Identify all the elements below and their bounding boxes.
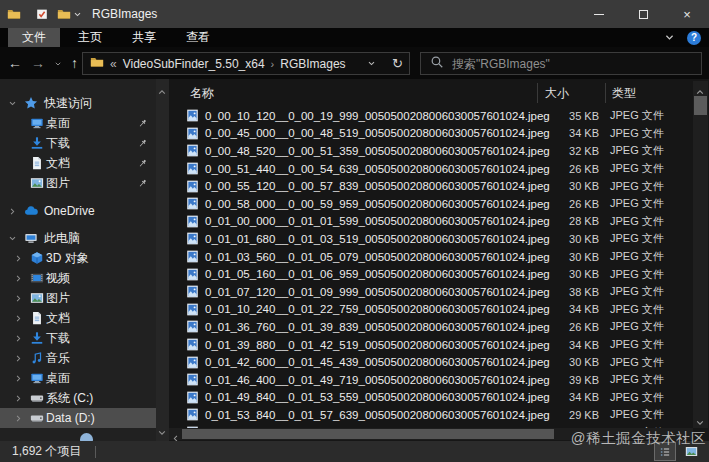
- breadcrumb-segment[interactable]: VideoSubFinder_5.50_x64: [123, 57, 265, 71]
- expander-chevron-icon[interactable]: [14, 254, 23, 263]
- expander-chevron-icon[interactable]: [8, 234, 17, 243]
- search-box[interactable]: [420, 52, 702, 75]
- file-row[interactable]: 0_01_07_120__0_01_09_999_005050020800603…: [169, 283, 693, 301]
- file-name: 0_01_53_840__0_01_57_639_005050020800603…: [205, 409, 550, 421]
- sidebar-item-system-c[interactable]: 系统 (C:): [0, 388, 156, 408]
- file-row[interactable]: 0_00_48_520__0_00_51_359_005050020800603…: [169, 142, 693, 160]
- file-type: JPEG 文件: [610, 249, 664, 264]
- breadcrumb-dropdown-chevron-icon[interactable]: [367, 57, 376, 71]
- file-row[interactable]: 0_01_49_840__0_01_53_559_005050020800603…: [169, 389, 693, 407]
- sidebar-item-desktop-qa[interactable]: 桌面: [0, 113, 156, 133]
- recent-locations-chevron-icon[interactable]: [54, 55, 62, 71]
- file-row[interactable]: 0_01_36_760__0_01_39_839_005050020800603…: [169, 318, 693, 336]
- help-icon[interactable]: ?: [687, 31, 701, 45]
- file-row[interactable]: 0_01_53_840__0_01_57_639_005050020800603…: [169, 406, 693, 424]
- vertical-scrollbar[interactable]: [693, 81, 708, 428]
- file-row[interactable]: 0_01_05_160__0_01_06_959_005050020800603…: [169, 265, 693, 283]
- sidebar-item-desktop[interactable]: 桌面: [0, 368, 156, 388]
- scroll-down-icon[interactable]: [157, 424, 167, 441]
- file-type: JPEG 文件: [610, 267, 664, 282]
- sidebar-item-3d-objects[interactable]: 3D 对象: [0, 248, 156, 268]
- sidebar-item-videos[interactable]: 视频: [0, 268, 156, 288]
- expand-ribbon-chevron-icon[interactable]: [664, 29, 675, 47]
- new-folder-icon[interactable]: [57, 7, 71, 21]
- sidebar-item-label: 此电脑: [44, 230, 80, 247]
- expander-chevron-icon[interactable]: [14, 314, 23, 323]
- sidebar-item-pictures[interactable]: 图片: [0, 288, 156, 308]
- network-icon: [80, 433, 93, 441]
- sidebar-scrollbar[interactable]: [156, 79, 169, 441]
- file-row[interactable]: 0_01_10_240__0_01_22_759_005050020800603…: [169, 301, 693, 319]
- sidebar-item-documents[interactable]: 文档: [0, 308, 156, 328]
- close-button[interactable]: ×: [665, 0, 709, 28]
- column-header-type[interactable]: 类型: [612, 85, 636, 102]
- file-row[interactable]: 0_01_46_400__0_01_49_719_005050020800603…: [169, 371, 693, 389]
- breadcrumb-segment[interactable]: RGBImages: [280, 57, 345, 71]
- qat-dropdown-icon[interactable]: [73, 5, 82, 23]
- back-icon[interactable]: ←: [8, 55, 22, 71]
- scrollbar-thumb[interactable]: [694, 96, 707, 115]
- breadcrumb-separator[interactable]: ›: [271, 58, 275, 70]
- file-size: 39 KB: [509, 374, 599, 386]
- file-row[interactable]: 0_01_01_680__0_01_03_519_005050020800603…: [169, 230, 693, 248]
- search-input[interactable]: [452, 57, 682, 71]
- file-row[interactable]: 0_01_42_600__0_01_45_439_005050020800603…: [169, 353, 693, 371]
- up-icon[interactable]: ↑: [71, 55, 78, 71]
- file-row[interactable]: 0_00_51_440__0_00_54_639_005050020800603…: [169, 160, 693, 178]
- star-icon: [24, 96, 38, 110]
- expander-chevron-icon[interactable]: [8, 207, 17, 216]
- expander-chevron-icon[interactable]: [14, 374, 23, 383]
- drive-icon: [30, 411, 44, 425]
- expander-chevron-icon[interactable]: [14, 334, 23, 343]
- jpeg-file-icon: [186, 197, 199, 210]
- sidebar-item-music[interactable]: 音乐: [0, 348, 156, 368]
- expander-chevron-icon[interactable]: [14, 394, 23, 403]
- pin-icon: [137, 158, 148, 169]
- ribbon-tab-file[interactable]: 文件: [8, 28, 60, 47]
- sidebar-item-this-pc[interactable]: 此电脑: [0, 228, 156, 248]
- sidebar-item-label: 桌面: [46, 115, 70, 132]
- breadcrumb-overflow[interactable]: «: [110, 57, 117, 71]
- sidebar-item-documents-qa[interactable]: 文档: [0, 153, 156, 173]
- music-icon: [30, 351, 44, 365]
- refresh-icon[interactable]: ↻: [392, 56, 403, 71]
- sidebar-item-downloads-qa[interactable]: 下载: [0, 133, 156, 153]
- file-type: JPEG 文件: [610, 126, 664, 141]
- file-row[interactable]: 0_00_55_120__0_00_57_839_005050020800603…: [169, 177, 693, 195]
- ribbon-tab-share[interactable]: 共享: [120, 28, 168, 47]
- sidebar-item-label: Data (D:): [46, 411, 95, 425]
- file-name: 0_01_07_120__0_01_09_999_005050020800603…: [205, 286, 550, 298]
- sidebar-item-downloads[interactable]: 下载: [0, 328, 156, 348]
- column-header-size[interactable]: 大小: [545, 85, 569, 102]
- breadcrumb[interactable]: « VideoSubFinder_5.50_x64›RGBImages ↻: [82, 52, 410, 75]
- expander-chevron-icon[interactable]: [8, 99, 17, 108]
- ribbon-tab-view[interactable]: 查看: [174, 28, 222, 47]
- jpeg-file-icon: [186, 391, 199, 404]
- file-row[interactable]: 0_01_00_000__0_01_01_599_005050020800603…: [169, 213, 693, 231]
- scrollbar-thumb[interactable]: [182, 429, 554, 439]
- file-size: 38 KB: [509, 286, 599, 298]
- maximize-button[interactable]: [621, 0, 665, 28]
- file-row[interactable]: 0_00_58_000__0_00_59_959_005050020800603…: [169, 195, 693, 213]
- ribbon-tab-home[interactable]: 主页: [66, 28, 114, 47]
- forward-icon[interactable]: →: [31, 55, 45, 71]
- minimize-button[interactable]: [577, 0, 621, 28]
- file-row[interactable]: 0_01_39_880__0_01_42_519_005050020800603…: [169, 336, 693, 354]
- properties-icon[interactable]: [35, 7, 49, 21]
- file-size: 30 KB: [509, 180, 599, 192]
- file-row[interactable]: 0_01_03_560__0_01_05_079_005050020800603…: [169, 248, 693, 266]
- file-row[interactable]: 0_00_45_000__0_00_48_519_005050020800603…: [169, 125, 693, 143]
- sidebar-item-quick-access[interactable]: 快速访问: [0, 93, 156, 113]
- column-header-name[interactable]: 名称: [190, 85, 214, 102]
- sidebar-item-onedrive[interactable]: OneDrive: [0, 201, 156, 221]
- file-name: 0_01_00_000__0_01_01_599_005050020800603…: [205, 215, 550, 227]
- expander-chevron-icon[interactable]: [14, 274, 23, 283]
- scroll-up-icon[interactable]: [157, 83, 167, 101]
- expander-chevron-icon[interactable]: [14, 354, 23, 363]
- sidebar-item-pictures-qa[interactable]: 图片: [0, 173, 156, 193]
- sidebar-item-data-d[interactable]: Data (D:): [0, 408, 156, 428]
- file-row[interactable]: 0_00_10_120__0_00_19_999_005050020800603…: [169, 107, 693, 125]
- expander-chevron-icon[interactable]: [14, 414, 23, 423]
- expander-chevron-icon[interactable]: [14, 294, 23, 303]
- file-size: 35 KB: [509, 110, 599, 122]
